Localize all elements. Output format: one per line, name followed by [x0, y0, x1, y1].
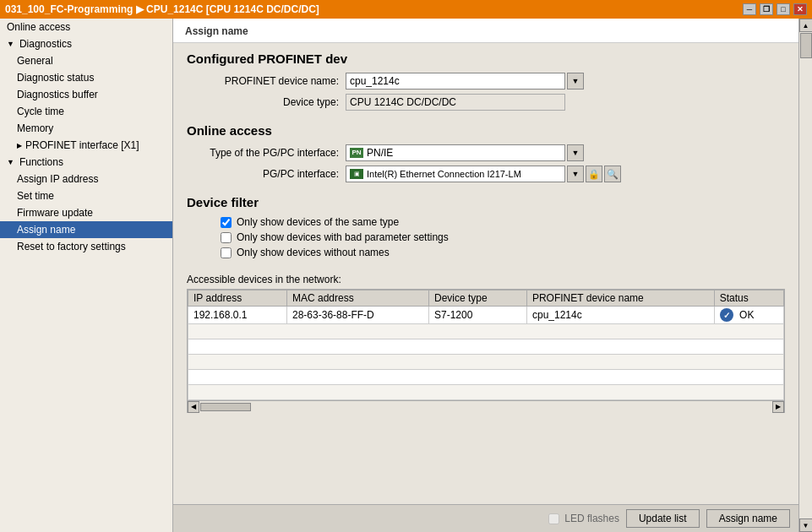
- profinet-arrow: ▶: [17, 142, 22, 149]
- sidebar-item-memory[interactable]: Memory: [0, 120, 172, 137]
- title-bar-text: 031_100_FC-Programming ▶ CPU_1214C [CPU …: [5, 3, 319, 15]
- window-controls: ─ ❐ □ ✕: [743, 3, 807, 15]
- page-title: Assign name: [185, 25, 248, 37]
- sidebar-section-functions[interactable]: ▼ Functions: [0, 154, 172, 171]
- table-row[interactable]: 192.168.0.1 28-63-36-88-FF-D S7-1200 cpu…: [188, 307, 784, 324]
- hscroll-track: [199, 401, 772, 413]
- hscroll-thumb[interactable]: [200, 403, 251, 411]
- vertical-scrollbar: ▲ ▼: [798, 19, 812, 532]
- scroll-track: [799, 32, 813, 518]
- pgpc-interface-row: PG/PC interface: ▣ Intel(R) Ethernet Con…: [187, 166, 785, 182]
- sidebar-item-assign-name[interactable]: Assign name: [0, 221, 172, 238]
- sidebar-item-diagnostic-status[interactable]: Diagnostic status: [0, 69, 172, 86]
- page-content: Configured PROFINET dev PROFINET device …: [173, 43, 798, 504]
- device-name-input[interactable]: [346, 73, 565, 90]
- pgpc-interface-input-group: ▣ Intel(R) Ethernet Connection I217-LM ▼…: [346, 166, 621, 182]
- table-row-empty-3: [188, 355, 784, 370]
- col-mac: MAC address: [287, 290, 429, 307]
- led-flashes-checkbox: [548, 513, 559, 524]
- cell-device-type: S7-1200: [429, 307, 527, 324]
- checkbox-same-type-label[interactable]: Only show devices of the same type: [237, 216, 399, 228]
- accessible-label: Accessible devices in the network:: [187, 274, 785, 285]
- sidebar-item-reset-factory[interactable]: Reset to factory settings: [0, 238, 172, 255]
- bottom-bar: LED flashes Update list Assign name: [173, 504, 798, 532]
- pgpc-type-row: Type of the PG/PC interface: PN PN/IE ▼: [187, 144, 785, 161]
- cell-status: ✓ OK: [714, 307, 783, 324]
- pgpc-type-dropdown-btn[interactable]: ▼: [567, 144, 584, 161]
- hscroll-right-btn[interactable]: ▶: [772, 401, 784, 413]
- restore-btn[interactable]: ❐: [760, 3, 773, 15]
- cell-ip: 192.168.0.1: [188, 307, 287, 324]
- checkbox-same-type-row: Only show devices of the same type: [187, 216, 785, 228]
- device-name-dropdown-btn[interactable]: ▼: [567, 73, 584, 90]
- pgpc-interface-value: Intel(R) Ethernet Connection I217-LM: [367, 169, 561, 179]
- device-type-row: Device type: CPU 1214C DC/DC/DC: [187, 94, 785, 111]
- pgpc-interface-label: PG/PC interface:: [187, 168, 339, 180]
- checkbox-no-names-label[interactable]: Only show devices without names: [237, 247, 390, 258]
- scroll-up-btn[interactable]: ▲: [799, 19, 813, 32]
- ok-icon: ✓: [720, 308, 733, 322]
- pgpc-interface-shield-btn[interactable]: 🔒: [586, 166, 602, 182]
- led-flashes-label: LED flashes: [564, 513, 619, 524]
- main-scroll-area: Assign name Configured PROFINET dev PROF…: [173, 19, 798, 532]
- device-name-row: PROFINET device name: ▼: [187, 73, 785, 90]
- sidebar-item-diagnostics-buffer[interactable]: Diagnostics buffer: [0, 86, 172, 103]
- table-hscroll: ◀ ▶: [188, 400, 784, 412]
- sidebar-section-diagnostics[interactable]: ▼ Diagnostics: [0, 35, 172, 52]
- sidebar-item-assign-ip[interactable]: Assign IP address: [0, 171, 172, 187]
- sidebar: Online access ▼ Diagnostics General Diag…: [0, 19, 173, 532]
- device-type-value: CPU 1214C DC/DC/DC: [346, 94, 565, 111]
- pgpc-interface-search-btn[interactable]: 🔍: [604, 166, 621, 182]
- col-device-type: Device type: [429, 290, 527, 307]
- table-row-empty-2: [188, 339, 784, 355]
- online-section: Online access Type of the PG/PC interfac…: [187, 123, 785, 187]
- table-row-empty-1: [188, 324, 784, 339]
- checkbox-bad-params-label[interactable]: Only show devices with bad parameter set…: [237, 231, 449, 243]
- table-row-empty-5: [188, 385, 784, 400]
- sidebar-item-firmware-update[interactable]: Firmware update: [0, 204, 172, 221]
- device-table-container: IP address MAC address Device type PROFI…: [187, 289, 785, 413]
- pn-icon: PN: [350, 148, 363, 158]
- pgpc-interface-dropdown-btn[interactable]: ▼: [567, 166, 584, 182]
- eth-icon: ▣: [350, 169, 363, 179]
- pgpc-type-value: PN/IE: [367, 147, 561, 159]
- content-with-scroll: Assign name Configured PROFINET dev PROF…: [173, 19, 812, 532]
- update-list-button[interactable]: Update list: [626, 509, 700, 528]
- functions-arrow: ▼: [7, 158, 14, 166]
- sidebar-item-general[interactable]: General: [0, 52, 172, 69]
- online-section-title: Online access: [187, 123, 785, 138]
- table-scroll[interactable]: IP address MAC address Device type PROFI…: [188, 290, 784, 400]
- minimize-btn[interactable]: ─: [743, 3, 756, 15]
- title-bar: 031_100_FC-Programming ▶ CPU_1214C [CPU …: [0, 0, 812, 19]
- sidebar-item-profinet-interface[interactable]: ▶ PROFINET interface [X1]: [0, 137, 172, 154]
- col-status: Status: [714, 290, 783, 307]
- checkbox-no-names-row: Only show devices without names: [187, 247, 785, 258]
- pgpc-type-input-group: PN PN/IE ▼: [346, 144, 584, 161]
- hscroll-left-btn[interactable]: ◀: [188, 401, 199, 413]
- col-profinet-name: PROFINET device name: [526, 290, 714, 307]
- profinet-section: Configured PROFINET dev PROFINET device …: [187, 52, 785, 115]
- pgpc-type-label: Type of the PG/PC interface:: [187, 147, 339, 159]
- status-text: OK: [739, 309, 754, 321]
- device-table: IP address MAC address Device type PROFI…: [188, 290, 784, 400]
- device-type-label: Device type:: [187, 96, 339, 108]
- scroll-down-btn[interactable]: ▼: [799, 518, 813, 532]
- sidebar-item-set-time[interactable]: Set time: [0, 187, 172, 204]
- col-ip: IP address: [188, 290, 287, 307]
- checkbox-no-names[interactable]: [221, 247, 232, 258]
- led-label-group: LED flashes: [548, 513, 619, 524]
- page-header: Assign name: [173, 19, 798, 43]
- main-layout: Online access ▼ Diagnostics General Diag…: [0, 19, 812, 532]
- sidebar-item-online-access[interactable]: Online access: [0, 19, 172, 35]
- maximize-btn[interactable]: □: [777, 3, 790, 15]
- scroll-thumb[interactable]: [800, 33, 812, 58]
- checkbox-bad-params-row: Only show devices with bad parameter set…: [187, 231, 785, 243]
- checkbox-bad-params[interactable]: [221, 232, 232, 243]
- sidebar-item-cycle-time[interactable]: Cycle time: [0, 103, 172, 120]
- accessible-devices-section: Accessible devices in the network: IP ad…: [187, 270, 785, 413]
- table-row-empty-4: [188, 370, 784, 385]
- checkbox-same-type[interactable]: [221, 217, 232, 228]
- device-name-input-group: ▼: [346, 73, 584, 90]
- assign-name-button[interactable]: Assign name: [706, 509, 790, 528]
- close-btn[interactable]: ✕: [793, 3, 807, 15]
